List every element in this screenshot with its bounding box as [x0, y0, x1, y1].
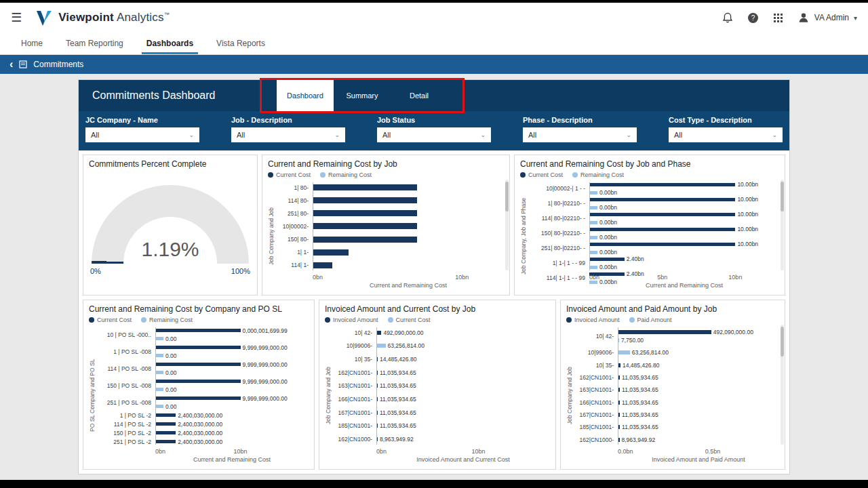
top-bar: ☰ Viewpoint Analytics™ ? VA Admin ▾	[0, 3, 868, 33]
legend-item-remaining-cost[interactable]: Remaining Cost	[141, 317, 193, 323]
category-row: 150 | PO SL -22,400,030,000.00	[98, 430, 309, 436]
bar-group: 9,999,999,000.000.00	[155, 361, 309, 376]
bar-current-cost[interactable]	[313, 223, 417, 229]
data-label: 10.00bn	[737, 196, 758, 203]
bar-current-cost[interactable]	[155, 431, 176, 434]
bar-current-cost[interactable]	[589, 228, 735, 231]
bar-remaining-cost[interactable]	[155, 337, 163, 340]
bar-remaining-cost[interactable]	[589, 266, 597, 269]
filter-dropdown-jc-company[interactable]: All⌄	[85, 127, 199, 142]
bar-invoiced-amount[interactable]	[376, 331, 381, 335]
bar-current-cost[interactable]	[155, 329, 241, 332]
tab-summary[interactable]: Summary	[334, 80, 391, 111]
data-label: 11,035,934.65	[380, 382, 416, 389]
category-label: 114| 80-|02210- -	[529, 215, 589, 222]
x-tick: 10bn	[455, 274, 469, 281]
nav-item-dashboards[interactable]: Dashboards	[135, 33, 205, 54]
bar-current-cost[interactable]	[155, 346, 241, 349]
bar-remaining-cost[interactable]	[589, 251, 597, 254]
bar-line: 2,400,030,000.00	[155, 430, 309, 436]
legend-item-invoiced-amount[interactable]: Invoiced Amount	[566, 317, 620, 323]
help-icon[interactable]: ?	[747, 12, 759, 24]
bar-current-cost[interactable]	[589, 258, 625, 261]
legend-label: Remaining Cost	[149, 317, 193, 323]
scrollbar[interactable]	[781, 325, 784, 445]
bar-remaining-cost[interactable]	[589, 236, 597, 239]
notifications-bell-icon[interactable]	[722, 12, 733, 24]
menu-icon[interactable]: ☰	[11, 10, 22, 25]
bar-group: 10.00bn0.00bn	[589, 226, 779, 241]
bar-remaining-cost[interactable]	[155, 388, 163, 391]
axis-spacer	[334, 456, 376, 465]
bar-current-cost[interactable]	[589, 183, 735, 186]
bar-remaining-cost[interactable]	[589, 221, 597, 224]
x-axis-title: Current and Remaining Cost	[313, 282, 504, 291]
bar-remaining-cost[interactable]	[155, 354, 163, 357]
legend-item-paid-amount[interactable]: Paid Amount	[629, 317, 672, 323]
bar-remaining-cost[interactable]	[155, 371, 163, 374]
bar-current-cost[interactable]	[155, 422, 176, 426]
bar-remaining-cost[interactable]	[155, 405, 163, 408]
bar-paid-amount[interactable]	[618, 350, 630, 354]
legend-dot	[388, 317, 393, 323]
bar-current-cost[interactable]	[313, 262, 332, 268]
legend-label: Paid Amount	[637, 317, 672, 323]
filter-dropdown-job-status[interactable]: All⌄	[377, 127, 491, 142]
filter-phase-description: Phase - Description All⌄	[523, 115, 637, 142]
bar-current-cost[interactable]	[376, 344, 386, 348]
tab-dashboard[interactable]: Dashboard	[277, 80, 334, 111]
bar-current-cost[interactable]	[589, 198, 735, 201]
scrollbar[interactable]	[781, 180, 784, 270]
bar-current-cost[interactable]	[155, 396, 241, 400]
bar-line: 0.00bn	[589, 249, 779, 256]
bar-current-cost[interactable]	[155, 380, 241, 383]
bar-line: 11,035,934.65	[618, 411, 779, 418]
legend-item-current-cost[interactable]: Current Cost	[520, 171, 563, 178]
bar-current-cost[interactable]	[589, 213, 735, 216]
tab-detail[interactable]: Detail	[391, 80, 448, 111]
chart-legend: Invoiced AmountPaid Amount	[566, 317, 779, 323]
primary-nav: Home Team Reporting Dashboards Vista Rep…	[0, 33, 868, 55]
nav-item-home[interactable]: Home	[9, 33, 54, 54]
bar-current-cost[interactable]	[313, 184, 417, 190]
bar-current-cost[interactable]	[313, 197, 417, 203]
legend-item-remaining-cost[interactable]: Remaining Cost	[572, 171, 624, 178]
nav-item-vista-reports[interactable]: Vista Reports	[205, 33, 277, 54]
nav-item-team-reporting[interactable]: Team Reporting	[54, 33, 135, 54]
bar-remaining-cost[interactable]	[589, 206, 597, 209]
category-row: 251| 80-	[277, 210, 504, 217]
bar-current-cost[interactable]	[589, 243, 735, 246]
bar-line: 0.00bn	[589, 204, 779, 211]
bar-line: 11,035,934.65	[376, 382, 550, 389]
bar-current-cost[interactable]	[155, 440, 176, 443]
bar-current-cost[interactable]	[155, 413, 176, 417]
apps-grid-icon[interactable]	[773, 13, 783, 23]
bar-remaining-cost[interactable]	[589, 191, 597, 195]
back-chevron-icon[interactable]: ‹	[9, 59, 13, 70]
filter-label: JC Company - Name	[85, 116, 199, 124]
bar-line: 0.00	[155, 386, 309, 393]
chart-plot-area: 10|00002-| 1 - -10.00bn0.00bn1| 80-|0221…	[529, 181, 779, 291]
bar-current-cost[interactable]	[155, 363, 241, 366]
filter-dropdown-phase-description[interactable]: All⌄	[523, 127, 637, 142]
scrollbar[interactable]	[505, 180, 509, 270]
legend-dot	[629, 317, 635, 323]
legend-item-invoiced-amount[interactable]: Invoiced Amount	[325, 317, 378, 323]
legend-item-current-cost[interactable]: Current Cost	[268, 171, 311, 178]
bar-invoiced-amount[interactable]	[618, 330, 711, 334]
legend-item-current-cost[interactable]: Current Cost	[388, 317, 431, 323]
legend-item-remaining-cost[interactable]: Remaining Cost	[320, 171, 372, 178]
category-label: 10|99006-	[575, 349, 617, 356]
user-menu[interactable]: VA Admin ▾	[797, 12, 857, 24]
bar-group: 10.00bn0.00bn	[589, 196, 779, 211]
filter-dropdown-job-description[interactable]: All⌄	[231, 127, 345, 142]
filter-dropdown-cost-type[interactable]: All⌄	[669, 127, 783, 142]
bar-current-cost[interactable]	[313, 210, 417, 216]
category-row: 163|CN1001-11,035,934.65	[575, 386, 779, 393]
bar-group: 2,400,030,000.00	[155, 412, 309, 419]
category-label: 10| 42-	[575, 333, 617, 340]
legend-item-current-cost[interactable]: Current Cost	[89, 317, 132, 323]
bar-group: 14,485,426.80	[376, 356, 550, 363]
bar-current-cost[interactable]	[313, 249, 349, 256]
bar-current-cost[interactable]	[313, 237, 417, 243]
